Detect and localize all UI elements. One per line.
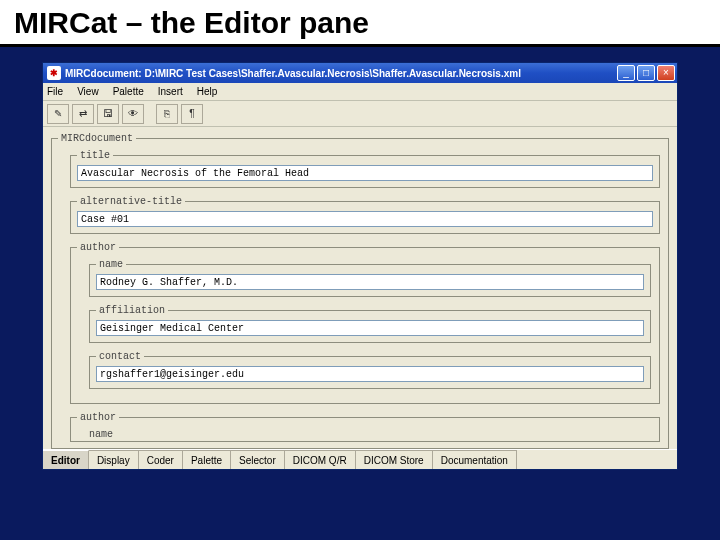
title-label: title bbox=[77, 150, 113, 161]
alt-title-label: alternative-title bbox=[77, 196, 185, 207]
window-buttons: _ □ × bbox=[617, 65, 675, 81]
alt-title-group: alternative-title bbox=[70, 196, 660, 234]
tab-selector[interactable]: Selector bbox=[231, 450, 285, 469]
new-icon[interactable]: ✎ bbox=[47, 104, 69, 124]
alt-title-input[interactable] bbox=[77, 211, 653, 227]
tab-editor[interactable]: Editor bbox=[43, 450, 89, 469]
author1-group: author name affiliation contact bbox=[70, 242, 660, 404]
minimize-button[interactable]: _ bbox=[617, 65, 635, 81]
author2-legend: author bbox=[77, 412, 119, 423]
menubar: File View Palette Insert Help bbox=[43, 83, 677, 101]
menu-help[interactable]: Help bbox=[197, 86, 218, 97]
close-button[interactable]: × bbox=[657, 65, 675, 81]
tab-dicom-qr[interactable]: DICOM Q/R bbox=[285, 450, 356, 469]
preview-icon[interactable]: 👁 bbox=[122, 104, 144, 124]
window-title: MIRCdocument: D:\MIRC Test Cases\Shaffer… bbox=[65, 68, 617, 79]
author1-contact-group: contact bbox=[89, 351, 651, 389]
app-window: ✱ MIRCdocument: D:\MIRC Test Cases\Shaff… bbox=[42, 62, 678, 470]
tab-documentation[interactable]: Documentation bbox=[433, 450, 517, 469]
tab-coder[interactable]: Coder bbox=[139, 450, 183, 469]
tab-dicom-store[interactable]: DICOM Store bbox=[356, 450, 433, 469]
menu-palette[interactable]: Palette bbox=[113, 86, 144, 97]
author1-affiliation-group: affiliation bbox=[89, 305, 651, 343]
maximize-button[interactable]: □ bbox=[637, 65, 655, 81]
editor-pane: MIRCdocument title alternative-title aut… bbox=[43, 127, 677, 449]
mircdocument-legend: MIRCdocument bbox=[58, 133, 136, 144]
author2-group: author name bbox=[70, 412, 660, 442]
mircdocument-group: MIRCdocument title alternative-title aut… bbox=[51, 133, 669, 449]
tab-display[interactable]: Display bbox=[89, 450, 139, 469]
menu-view[interactable]: View bbox=[77, 86, 99, 97]
open-icon[interactable]: ⇄ bbox=[72, 104, 94, 124]
toolbar: ✎ ⇄ 🖫 👁 ⎘ ¶ bbox=[43, 101, 677, 127]
tab-palette[interactable]: Palette bbox=[183, 450, 231, 469]
title-group: title bbox=[70, 150, 660, 188]
titlebar[interactable]: ✱ MIRCdocument: D:\MIRC Test Cases\Shaff… bbox=[43, 63, 677, 83]
save-icon[interactable]: 🖫 bbox=[97, 104, 119, 124]
author1-contact-label: contact bbox=[96, 351, 144, 362]
author2-name-label: name bbox=[89, 429, 653, 440]
pilcrow-icon[interactable]: ¶ bbox=[181, 104, 203, 124]
slide-title: MIRCat – the Editor pane bbox=[0, 0, 720, 47]
menu-file[interactable]: File bbox=[47, 86, 63, 97]
author1-affiliation-input[interactable] bbox=[96, 320, 644, 336]
app-icon: ✱ bbox=[47, 66, 61, 80]
author1-name-group: name bbox=[89, 259, 651, 297]
author1-name-label: name bbox=[96, 259, 126, 270]
title-input[interactable] bbox=[77, 165, 653, 181]
author1-contact-input[interactable] bbox=[96, 366, 644, 382]
author1-legend: author bbox=[77, 242, 119, 253]
export-icon[interactable]: ⎘ bbox=[156, 104, 178, 124]
bottom-tabs: Editor Display Coder Palette Selector DI… bbox=[43, 449, 677, 469]
menu-insert[interactable]: Insert bbox=[158, 86, 183, 97]
author1-name-input[interactable] bbox=[96, 274, 644, 290]
author1-affiliation-label: affiliation bbox=[96, 305, 168, 316]
